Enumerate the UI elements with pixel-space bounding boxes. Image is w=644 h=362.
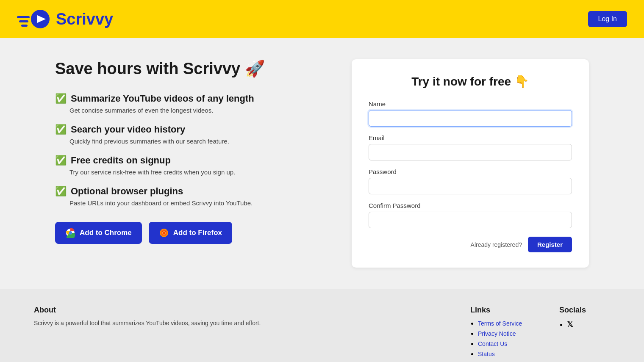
name-field-group: Name bbox=[369, 100, 572, 127]
footer-links-section: Links Terms of Service Privacy Notice Co… bbox=[470, 306, 534, 360]
footer-link-item-2: Privacy Notice bbox=[478, 330, 534, 337]
already-registered-text: Already registered? bbox=[471, 241, 522, 248]
feature-desc-2: Quickly find previous summaries with our… bbox=[69, 138, 326, 145]
footer-socials: Socials 𝕏 bbox=[559, 306, 610, 360]
add-to-firefox-button[interactable]: Add to Firefox bbox=[149, 222, 232, 244]
header: Scrivvy Log In bbox=[0, 0, 644, 38]
feature-heading-4: ✅ Optional browser plugins bbox=[55, 186, 326, 197]
browser-buttons: Add to Chrome Add to Firefox bbox=[55, 222, 326, 244]
confirm-password-label: Confirm Password bbox=[369, 202, 572, 209]
check-icon-3: ✅ bbox=[55, 155, 67, 166]
status-link[interactable]: Status bbox=[478, 351, 495, 357]
contact-us-link[interactable]: Contact Us bbox=[478, 340, 507, 347]
footer-link-item-4: Status bbox=[478, 350, 534, 358]
feature-item-3: ✅ Free credits on signup Try our service… bbox=[55, 155, 326, 176]
feature-desc-4: Paste URLs into your dashboard or embed … bbox=[69, 199, 326, 207]
terms-of-service-link[interactable]: Terms of Service bbox=[478, 320, 522, 327]
svg-rect-2 bbox=[21, 25, 28, 27]
feature-heading-2: ✅ Search your video history bbox=[55, 124, 326, 135]
name-input[interactable] bbox=[369, 110, 572, 127]
social-x-item: 𝕏 bbox=[567, 320, 610, 329]
footer-about-title: About bbox=[34, 306, 445, 315]
feature-item-2: ✅ Search your video history Quickly find… bbox=[55, 124, 326, 145]
email-field-group: Email bbox=[369, 134, 572, 160]
firefox-icon bbox=[159, 228, 169, 238]
hero-title: Save hours with Scrivvy 🚀 bbox=[55, 59, 326, 78]
chrome-icon bbox=[65, 228, 75, 238]
password-input[interactable] bbox=[369, 178, 572, 194]
left-side: Save hours with Scrivvy 🚀 ✅ Summarize Yo… bbox=[55, 59, 326, 244]
form-footer: Already registered? Register bbox=[369, 237, 572, 252]
main-content: Save hours with Scrivvy 🚀 ✅ Summarize Yo… bbox=[0, 38, 644, 289]
feature-heading-1: ✅ Summarize YouTube videos of any length bbox=[55, 93, 326, 104]
footer-link-item-3: Contact Us bbox=[478, 340, 534, 348]
confirm-password-input[interactable] bbox=[369, 212, 572, 228]
footer-about: About Scrivvy is a powerful tool that su… bbox=[34, 306, 445, 360]
feature-desc-1: Get concise summaries of even the longes… bbox=[69, 107, 326, 114]
add-to-chrome-button[interactable]: Add to Chrome bbox=[55, 222, 142, 244]
feature-item-4: ✅ Optional browser plugins Paste URLs in… bbox=[55, 186, 326, 207]
check-icon-4: ✅ bbox=[55, 186, 67, 197]
check-icon-1: ✅ bbox=[55, 93, 67, 104]
footer-socials-title: Socials bbox=[559, 306, 610, 315]
logo-text: Scrivvy bbox=[56, 10, 113, 28]
form-card: Try it now for free 👇 Name Email Passwor… bbox=[352, 59, 589, 268]
feature-desc-3: Try our service risk-free with free cred… bbox=[69, 169, 326, 176]
feature-heading-3: ✅ Free credits on signup bbox=[55, 155, 326, 166]
footer-about-text: Scrivvy is a powerful tool that summariz… bbox=[34, 320, 445, 326]
feature-item-1: ✅ Summarize YouTube videos of any length… bbox=[55, 93, 326, 114]
email-input[interactable] bbox=[369, 144, 572, 160]
social-list: 𝕏 bbox=[559, 320, 610, 329]
x-twitter-icon[interactable]: 𝕏 bbox=[567, 320, 573, 329]
footer-top: About Scrivvy is a powerful tool that su… bbox=[34, 306, 610, 360]
privacy-notice-link[interactable]: Privacy Notice bbox=[478, 330, 516, 337]
svg-point-6 bbox=[69, 232, 72, 235]
login-button[interactable]: Log In bbox=[588, 11, 627, 27]
footer: About Scrivvy is a powerful tool that su… bbox=[0, 289, 644, 362]
email-label: Email bbox=[369, 134, 572, 141]
footer-link-item-1: Terms of Service bbox=[478, 320, 534, 327]
svg-rect-1 bbox=[19, 20, 28, 22]
logo-icon bbox=[17, 8, 51, 31]
register-button[interactable]: Register bbox=[528, 237, 572, 252]
name-label: Name bbox=[369, 100, 572, 108]
password-field-group: Password bbox=[369, 168, 572, 194]
right-side: Try it now for free 👇 Name Email Passwor… bbox=[352, 59, 589, 268]
form-title: Try it now for free 👇 bbox=[369, 75, 572, 88]
footer-links-list: Terms of Service Privacy Notice Contact … bbox=[470, 320, 534, 358]
password-label: Password bbox=[369, 168, 572, 175]
footer-links-title: Links bbox=[470, 306, 534, 315]
logo-area: Scrivvy bbox=[17, 8, 113, 31]
check-icon-2: ✅ bbox=[55, 124, 67, 135]
svg-rect-0 bbox=[17, 16, 30, 18]
confirm-password-field-group: Confirm Password bbox=[369, 202, 572, 228]
